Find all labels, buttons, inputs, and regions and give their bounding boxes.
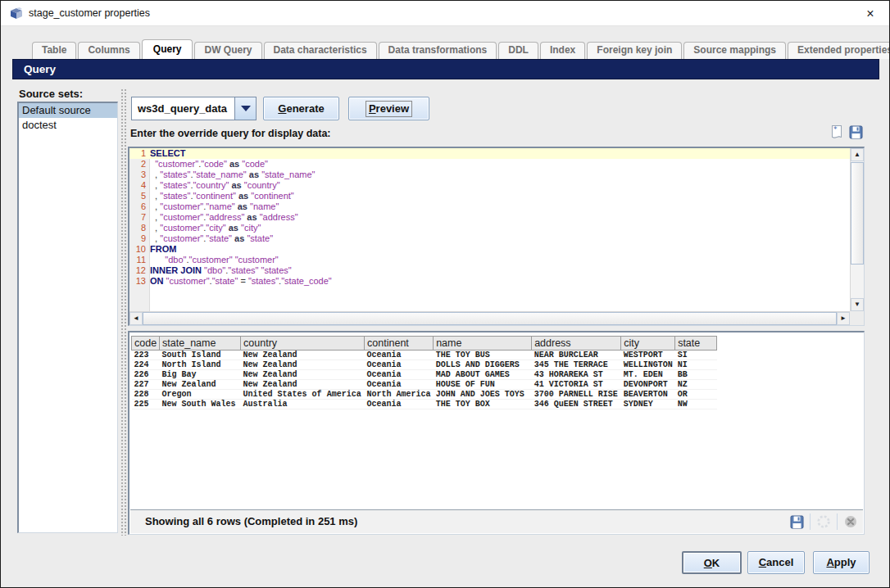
source-set-item-default-source[interactable]: Default source bbox=[19, 103, 117, 118]
table-row[interactable]: 227New ZealandNew ZealandOceaniaHOUSE OF… bbox=[132, 380, 717, 390]
table-cell: 226 bbox=[132, 370, 160, 380]
table-cell: DEVONPORT bbox=[621, 380, 675, 390]
scrollbar-corner bbox=[850, 311, 864, 325]
tab-data-characteristics[interactable]: Data characteristics bbox=[264, 42, 377, 59]
code-text: SELECT bbox=[150, 148, 185, 159]
tab-bar: TableColumnsQueryDW QueryData characteri… bbox=[32, 39, 878, 59]
table-cell: 223 bbox=[132, 351, 160, 360]
apply-button[interactable]: Apply bbox=[813, 551, 870, 574]
column-header-name[interactable]: name bbox=[434, 337, 532, 351]
table-row[interactable]: 228OregonUnited States of AmericaNorth A… bbox=[132, 390, 717, 400]
query-source-combo[interactable]: ws3d_query_data bbox=[131, 97, 257, 120]
code-line-3[interactable]: 3 , "states"."state_name" as "state_name… bbox=[129, 170, 850, 180]
table-cell: JOHN AND JOES TOYS bbox=[434, 390, 532, 400]
panel-splitter[interactable] bbox=[120, 88, 126, 536]
scroll-up-icon[interactable]: ▲ bbox=[851, 148, 864, 161]
code-line-4[interactable]: 4 , "states"."country" as "country" bbox=[129, 180, 850, 191]
line-number: 13 bbox=[129, 276, 150, 287]
line-number: 8 bbox=[129, 223, 150, 233]
source-set-item-doctest[interactable]: doctest bbox=[19, 118, 117, 133]
code-line-2[interactable]: 2 "customer"."code" as "code" bbox=[129, 159, 850, 170]
column-header-city[interactable]: city bbox=[621, 337, 675, 351]
line-number: 1 bbox=[129, 148, 150, 159]
code-line-10[interactable]: 10FROM bbox=[129, 244, 850, 255]
editor-horizontal-scrollbar[interactable]: ◄ ► bbox=[129, 311, 850, 325]
column-header-state[interactable]: state bbox=[675, 337, 717, 351]
table-cell: New South Wales bbox=[160, 400, 241, 409]
table-cell: United States of America bbox=[241, 390, 365, 400]
column-header-code[interactable]: code bbox=[132, 337, 160, 351]
line-number: 6 bbox=[129, 201, 150, 212]
scroll-left-icon[interactable]: ◄ bbox=[129, 312, 143, 325]
code-line-12[interactable]: 12INNER JOIN "dbo"."states" "states" bbox=[129, 265, 850, 276]
code-line-8[interactable]: 8 , "customer"."city" as "city" bbox=[129, 223, 850, 233]
table-cell: North Island bbox=[160, 360, 241, 370]
ok-button[interactable]: OK bbox=[682, 551, 742, 574]
refresh-circle-icon[interactable] bbox=[816, 514, 831, 529]
table-cell: 41 VICTORIA ST bbox=[532, 380, 621, 390]
tab-query[interactable]: Query bbox=[142, 39, 193, 59]
tab-extended-properties[interactable]: Extended properties bbox=[788, 42, 890, 59]
tab-columns[interactable]: Columns bbox=[78, 42, 139, 59]
code-line-1[interactable]: 1SELECT bbox=[129, 148, 850, 159]
table-row[interactable]: 223South IslandNew ZealandOceaniaTHE TOY… bbox=[132, 351, 717, 360]
title-bar: stage_customer properties × bbox=[1, 1, 889, 26]
horizontal-scroll-thumb[interactable] bbox=[143, 312, 837, 325]
vertical-scroll-thumb[interactable] bbox=[851, 162, 864, 265]
table-cell: OR bbox=[675, 390, 717, 400]
tab-source-mappings[interactable]: Source mappings bbox=[683, 42, 786, 59]
table-cell: 3700 PARNELL RISE bbox=[532, 390, 621, 400]
column-header-continent[interactable]: continent bbox=[365, 337, 434, 351]
tab-data-transformations[interactable]: Data transformations bbox=[379, 42, 497, 59]
save-results-floppy-icon[interactable] bbox=[789, 514, 804, 529]
table-row[interactable]: 224North IslandNew ZealandOceaniaDOLLS A… bbox=[132, 360, 717, 370]
editor-lines[interactable]: 1SELECT2 "customer"."code" as "code"3 , … bbox=[129, 148, 850, 311]
stop-x-icon[interactable] bbox=[843, 514, 858, 529]
table-cell: Oceania bbox=[365, 400, 434, 409]
column-header-country[interactable]: country bbox=[241, 337, 365, 351]
table-cell: BEAVERTON bbox=[621, 390, 675, 400]
code-line-11[interactable]: 11 "dbo"."customer" "customer" bbox=[129, 255, 850, 265]
new-document-star-icon[interactable]: * bbox=[829, 124, 845, 140]
save-query-floppy-icon[interactable] bbox=[847, 124, 864, 140]
tab-ddl[interactable]: DDL bbox=[498, 42, 538, 59]
table-cell: MT. EDEN bbox=[621, 370, 675, 380]
preview-button[interactable]: Preview bbox=[348, 97, 429, 120]
code-line-5[interactable]: 5 , "states"."continent" as "continent" bbox=[129, 191, 850, 201]
properties-dialog: stage_customer properties × TableColumns… bbox=[0, 0, 890, 588]
section-banner: Query bbox=[12, 59, 879, 79]
chevron-down-icon[interactable] bbox=[234, 97, 256, 120]
table-cell: NI bbox=[675, 360, 717, 370]
table-row[interactable]: 225New South WalesAustraliaOceaniaTHE TO… bbox=[132, 400, 717, 409]
table-cell: Big Bay bbox=[160, 370, 241, 380]
code-line-9[interactable]: 9 , "customer"."state" as "state" bbox=[129, 233, 850, 244]
code-line-7[interactable]: 7 , "customer"."address" as "address" bbox=[129, 212, 850, 223]
tab-dw-query[interactable]: DW Query bbox=[194, 42, 261, 59]
line-number: 12 bbox=[129, 265, 150, 276]
code-line-6[interactable]: 6 , "customer"."name" as "name" bbox=[129, 201, 850, 212]
close-icon[interactable]: × bbox=[862, 6, 879, 22]
scroll-right-icon[interactable]: ► bbox=[837, 312, 850, 325]
line-number: 5 bbox=[129, 191, 150, 201]
scroll-down-icon[interactable]: ▼ bbox=[851, 298, 864, 311]
table-row[interactable]: 226Big BayNew ZealandOceaniaMAD ABOUT GA… bbox=[132, 370, 717, 380]
tab-index[interactable]: Index bbox=[540, 42, 585, 59]
app-cube-icon bbox=[9, 7, 24, 20]
table-cell: 228 bbox=[132, 390, 160, 400]
column-header-state-name[interactable]: state_name bbox=[160, 337, 241, 351]
code-line-13[interactable]: 13ON "customer"."state" = "states"."stat… bbox=[129, 276, 850, 287]
code-text: , "states"."continent" as "continent" bbox=[150, 191, 294, 201]
results-panel: codestate_namecountrycontinentnameaddres… bbox=[128, 331, 865, 535]
line-number: 9 bbox=[129, 233, 150, 244]
editor-vertical-scrollbar[interactable]: ▲ ▼ bbox=[850, 148, 864, 311]
window-title: stage_customer properties bbox=[29, 7, 150, 19]
results-table[interactable]: codestate_namecountrycontinentnameaddres… bbox=[131, 336, 717, 409]
tab-table[interactable]: Table bbox=[32, 42, 76, 59]
table-cell: Oceania bbox=[365, 380, 434, 390]
cancel-button[interactable]: Cancel bbox=[747, 551, 805, 574]
sql-editor[interactable]: 1SELECT2 "customer"."code" as "code"3 , … bbox=[128, 147, 865, 326]
table-cell: 224 bbox=[132, 360, 160, 370]
tab-foreign-key-join[interactable]: Foreign key join bbox=[587, 42, 682, 59]
column-header-address[interactable]: address bbox=[532, 337, 621, 351]
generate-button[interactable]: Generate bbox=[263, 97, 339, 120]
